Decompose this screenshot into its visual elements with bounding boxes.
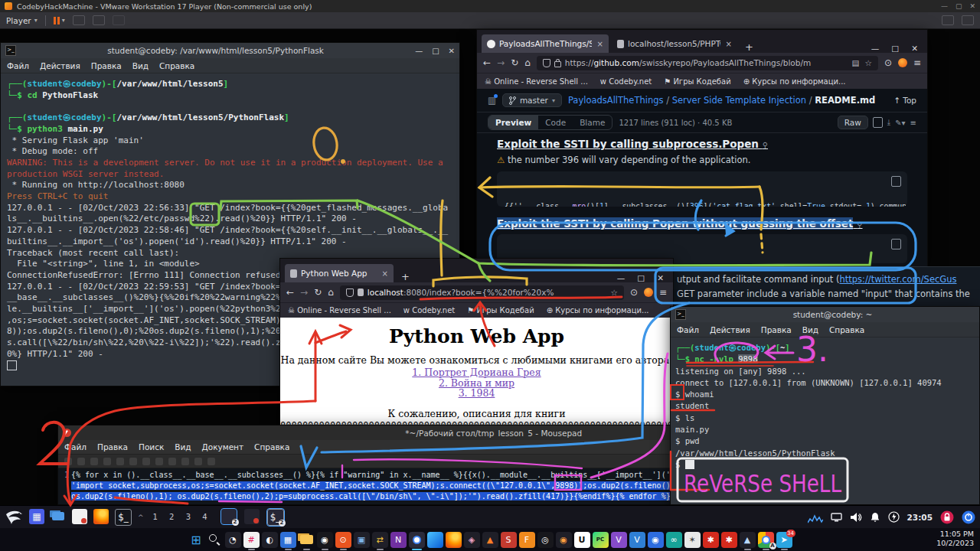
visual-studio-icon[interactable]: V [611, 532, 627, 548]
camtasia-icon[interactable]: ∞ [666, 532, 682, 548]
tab-localhost-phptwig[interactable]: localhost/lesson5/PHPTwig/ × [612, 34, 737, 53]
terminal-launcher-icon[interactable]: $_ [115, 509, 132, 526]
menu-item[interactable]: Справка [159, 61, 194, 70]
terminal-window-icon[interactable]: $_2 [267, 509, 284, 526]
branch-selector[interactable]: master▾ [502, 93, 562, 107]
file-explorer-icon[interactable] [299, 532, 315, 548]
book-link[interactable]: 2. Война и мир [280, 378, 673, 389]
copy-code-icon[interactable] [891, 239, 901, 249]
volume-icon[interactable] [850, 512, 862, 523]
sidebar-toggle-icon[interactable]: ▥ [488, 95, 496, 106]
book-link[interactable]: 1. Портрет Дориана Грея [280, 367, 673, 378]
bookmark-item[interactable]: w Codeby.net [600, 77, 652, 86]
menu-item[interactable]: Действия [710, 325, 750, 334]
tab-payloadsallthethings[interactable]: PayloadsAllTheThings/Se × [482, 34, 609, 53]
back-to-top-link[interactable]: ↑ Top [893, 96, 916, 105]
photos-icon[interactable]: ▲ [740, 532, 756, 548]
replace-icon[interactable] [207, 458, 215, 465]
tab-preview[interactable]: Preview [488, 116, 538, 129]
resolve-icon[interactable]: ◈ [464, 532, 480, 548]
player-menu[interactable]: Player▾ [6, 16, 38, 25]
window-minimize-button[interactable]: — [871, 44, 880, 53]
pocket-icon[interactable]: ⊙ [884, 57, 892, 68]
firefox-launcher-icon[interactable] [93, 509, 109, 524]
display-icon[interactable] [831, 513, 842, 522]
firefox-icon[interactable] [446, 532, 462, 548]
menu-item[interactable]: Файл [7, 61, 29, 70]
edit-icon[interactable]: ✎▾ [895, 119, 905, 127]
menu-item[interactable]: Вид [802, 325, 818, 334]
save-as-icon[interactable] [103, 458, 111, 465]
shield-icon[interactable] [543, 59, 550, 67]
blender-icon[interactable]: ◉ [556, 532, 572, 548]
url-bar[interactable]: localhost:8080/index?book={%%20for%20x% … [340, 285, 624, 300]
menu-item[interactable]: Правка [91, 61, 122, 70]
tab-code[interactable]: Code [538, 116, 573, 129]
reload-button[interactable]: ↻ [511, 57, 518, 68]
edge-icon[interactable] [427, 532, 443, 548]
terminal-titlebar[interactable]: >_ student@codeby: ~ [671, 307, 979, 322]
mousepad-launcher-icon[interactable] [72, 509, 87, 524]
insta360-icon[interactable]: ◎ [537, 532, 554, 548]
pycharm-icon[interactable]: PC [593, 532, 609, 548]
window-close-button[interactable]: ✕ [911, 44, 918, 53]
terminal-output[interactable]: ┌──(student㉿codeby)-[~]└─$ nc -nvlp 9898… [671, 337, 979, 471]
portrait-app-icon[interactable]: ◐ [262, 532, 278, 548]
search-icon[interactable] [194, 458, 202, 465]
copy-code-icon[interactable] [891, 176, 901, 187]
save-file-icon[interactable] [90, 458, 98, 465]
shield-icon[interactable] [346, 289, 354, 297]
new-file-icon[interactable] [64, 458, 72, 465]
gear-app-2-icon[interactable]: ✱ [721, 532, 737, 548]
menu-item[interactable]: Действия [40, 61, 80, 70]
menu-item[interactable]: Вид [175, 442, 191, 452]
kali-logo-icon[interactable] [5, 509, 23, 526]
terminal-titlebar[interactable]: >_ student@codeby: /var/www/html/lesson5… [1, 43, 459, 58]
fullscreen-button[interactable] [93, 15, 105, 25]
raw-button[interactable]: Raw [838, 116, 868, 129]
workspace-switcher[interactable]: 1 2 3 4 [153, 513, 212, 521]
tab-close-icon[interactable]: × [382, 269, 388, 278]
bookmark-star-icon[interactable]: ☆ [864, 58, 871, 67]
bookmark-item[interactable]: w Codeby.net [403, 306, 455, 315]
redo-icon[interactable] [142, 458, 150, 465]
fl-studio-icon[interactable]: F [519, 532, 535, 548]
bookmark-star-icon[interactable]: ☆ [610, 288, 617, 297]
gear-app-1-icon[interactable]: ✱ [703, 532, 719, 548]
maps-app-icon[interactable]: ◉ [648, 532, 664, 548]
bookmark-item[interactable]: ⊕ Курсы по информаци... [547, 306, 649, 315]
undo-icon[interactable] [129, 458, 137, 465]
breadcrumb-dir[interactable]: Server Side Template Injection [672, 95, 806, 106]
firefox-window-icon[interactable]: 2 [221, 509, 237, 524]
telegram-icon[interactable]: ➤34 [776, 532, 792, 548]
download-icon[interactable]: ⤓ [887, 118, 890, 127]
menu-item[interactable]: Файл [64, 442, 87, 452]
outline-icon[interactable]: ≡ [910, 119, 916, 127]
onenote-icon[interactable]: N [390, 532, 407, 548]
calendar-icon[interactable]: ▦ [280, 532, 296, 548]
paste-icon[interactable] [181, 458, 189, 465]
windows-clock[interactable]: 11:05 PM 10/2/2023 [936, 530, 974, 548]
menu-item[interactable]: Файл [677, 325, 699, 334]
window-maximize-button[interactable]: □ [432, 47, 439, 55]
mousepad-window-icon[interactable] [244, 509, 260, 524]
reload-button[interactable]: ↻ [314, 287, 322, 298]
tab-close-icon[interactable]: × [726, 40, 732, 48]
expand-button[interactable] [962, 15, 974, 25]
chrome-profile-icon[interactable]: A [758, 532, 774, 548]
shotcut-icon[interactable]: S [501, 532, 517, 548]
bookmark-item[interactable]: ⚑ Игры Кодебай [664, 77, 730, 86]
lock-screen-icon[interactable] [940, 510, 954, 524]
menu-item[interactable]: Правка [761, 325, 792, 334]
forward-button[interactable]: → [300, 287, 308, 298]
tab-python-web-app[interactable]: Python Web App × [285, 264, 394, 282]
extension-icon[interactable] [898, 58, 907, 67]
search-icon[interactable] [207, 532, 223, 548]
home-button[interactable]: ⌂ [328, 287, 334, 298]
ctrl-alt-del-button[interactable] [73, 15, 85, 25]
unreal-icon[interactable]: U [574, 532, 590, 548]
bookmark-item[interactable]: ⊕ Курсы по информаци... [743, 77, 846, 86]
menu-item[interactable]: Правка [97, 442, 128, 452]
camera-app-icon[interactable]: ◉ [317, 532, 333, 548]
power-manager-icon[interactable] [888, 511, 900, 523]
